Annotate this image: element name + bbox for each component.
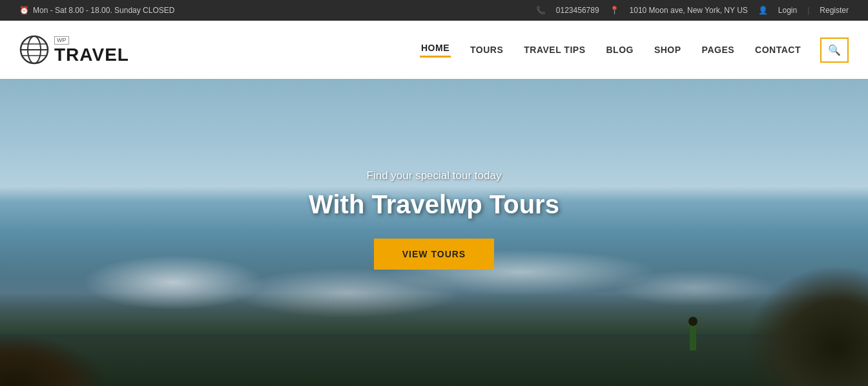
schedule-text: Mon - Sat 8.00 - 18.00. Sunday CLOSED [33, 6, 174, 15]
nav-contact[interactable]: CONTACT [754, 45, 802, 55]
register-link[interactable]: Register [820, 6, 849, 15]
person-silhouette [686, 315, 700, 350]
hero-subtitle: Find your special tour today [309, 169, 559, 182]
nav-travel-tips[interactable]: TRAVEL TIPS [522, 45, 586, 55]
logo[interactable]: WP TRAVEL [19, 35, 129, 65]
hero-title: With Travelwp Tours [309, 190, 559, 219]
rocks-left [0, 289, 129, 386]
nav-divider: | [807, 6, 809, 15]
logo-travel-text: TRAVEL [54, 46, 129, 64]
location-icon: 📍 [610, 6, 619, 15]
address-text: 1010 Moon ave, New York, NY US [630, 6, 748, 15]
logo-wp-badge: WP [54, 36, 69, 45]
clock-icon: ⏰ [19, 6, 29, 15]
header: WP TRAVEL HOME TOURS TRAVEL TIPS BLOG SH… [0, 21, 868, 79]
hero-content: Find your special tour today With Travel… [309, 169, 559, 270]
logo-text-block: WP TRAVEL [54, 36, 129, 64]
header-search-button[interactable]: 🔍 [820, 38, 849, 63]
rocks-right [661, 192, 868, 386]
top-bar-left: ⏰ Mon - Sat 8.00 - 18.00. Sunday CLOSED [19, 6, 174, 15]
top-bar-right: 📞 0123456789 📍 1010 Moon ave, New York, … [536, 6, 849, 15]
logo-globe-icon [19, 35, 49, 65]
top-bar: ⏰ Mon - Sat 8.00 - 18.00. Sunday CLOSED … [0, 0, 868, 21]
user-icon: 👤 [758, 6, 768, 15]
main-nav: HOME TOURS TRAVEL TIPS BLOG SHOP PAGES C… [420, 38, 849, 63]
nav-shop[interactable]: SHOP [653, 45, 683, 55]
hero-section: Find your special tour today With Travel… [0, 79, 868, 386]
nav-home[interactable]: HOME [420, 43, 451, 58]
nav-pages[interactable]: PAGES [701, 45, 736, 55]
phone-text: 0123456789 [556, 6, 599, 15]
nav-blog[interactable]: BLOG [604, 45, 634, 55]
view-tours-button[interactable]: VIEW TOURS [374, 239, 494, 270]
login-link[interactable]: Login [778, 6, 797, 15]
nav-tours[interactable]: TOURS [469, 45, 504, 55]
phone-icon: 📞 [536, 6, 546, 15]
